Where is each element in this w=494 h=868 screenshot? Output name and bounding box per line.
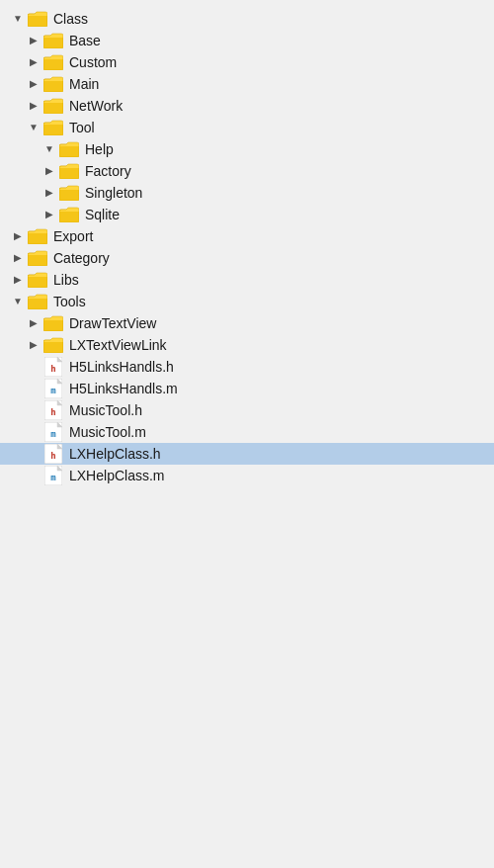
tree-item-musictoolm[interactable]: m MusicTool.m <box>0 421 494 443</box>
file-icon: h <box>43 358 63 376</box>
expand-triangle[interactable] <box>12 13 24 25</box>
file-icon: h <box>43 401 63 419</box>
expand-triangle[interactable] <box>28 100 40 112</box>
folder-icon <box>59 163 79 179</box>
item-label: Category <box>53 250 110 266</box>
item-label: Libs <box>53 272 79 288</box>
file-tree: Class Base Custom Main NetWork Tool <box>0 0 494 494</box>
item-label: Help <box>85 141 114 157</box>
tree-item-custom[interactable]: Custom <box>0 51 494 73</box>
item-label: LXHelpClass.m <box>69 468 164 483</box>
item-label: Custom <box>69 54 117 70</box>
item-label: NetWork <box>69 98 123 114</box>
tree-item-network[interactable]: NetWork <box>0 95 494 117</box>
item-label: MusicTool.m <box>69 424 146 440</box>
item-label: DrawTextView <box>69 315 156 331</box>
expand-triangle[interactable] <box>12 252 24 264</box>
item-label: Singleton <box>85 185 142 201</box>
svg-text:m: m <box>50 473 56 482</box>
file-icon: m <box>43 423 63 441</box>
file-icon: m <box>43 467 63 484</box>
item-label: LXTextViewLink <box>69 337 167 353</box>
item-label: MusicTool.h <box>69 402 142 418</box>
folder-icon <box>43 337 63 353</box>
folder-icon <box>28 11 47 27</box>
tree-item-main[interactable]: Main <box>0 73 494 95</box>
expand-triangle[interactable] <box>28 122 40 133</box>
folder-icon <box>59 185 79 201</box>
svg-text:h: h <box>50 451 55 461</box>
tree-item-musictoolh[interactable]: h MusicTool.h <box>0 399 494 421</box>
tree-item-libs[interactable]: Libs <box>0 269 494 291</box>
tree-item-factory[interactable]: Factory <box>0 160 494 182</box>
file-icon: h <box>43 445 63 463</box>
file-icon: m <box>43 380 63 397</box>
expand-triangle[interactable] <box>43 209 55 220</box>
tree-item-sqlite[interactable]: Sqlite <box>0 204 494 225</box>
item-label: H5LinksHandls.h <box>69 359 174 375</box>
tree-item-h5linksm[interactable]: m H5LinksHandls.m <box>0 378 494 399</box>
tree-item-lxhelpclassm[interactable]: m LXHelpClass.m <box>0 465 494 486</box>
item-label: Sqlite <box>85 207 120 222</box>
expand-triangle[interactable] <box>12 274 24 286</box>
folder-icon <box>28 272 47 288</box>
expand-triangle[interactable] <box>28 317 40 329</box>
expand-triangle[interactable] <box>28 56 40 68</box>
tree-item-h5linksh[interactable]: h H5LinksHandls.h <box>0 356 494 378</box>
tree-item-drawtextview[interactable]: DrawTextView <box>0 312 494 334</box>
item-label: Main <box>69 76 99 92</box>
tree-item-category[interactable]: Category <box>0 247 494 269</box>
expand-triangle[interactable] <box>43 143 55 155</box>
folder-icon <box>43 120 63 135</box>
item-label: LXHelpClass.h <box>69 446 161 462</box>
folder-icon <box>59 207 79 222</box>
tree-item-help[interactable]: Help <box>0 138 494 160</box>
folder-icon <box>59 141 79 157</box>
tree-item-singleton[interactable]: Singleton <box>0 182 494 204</box>
folder-icon <box>43 98 63 114</box>
svg-text:m: m <box>50 429 56 439</box>
expand-triangle[interactable] <box>12 296 24 307</box>
tree-item-base[interactable]: Base <box>0 30 494 51</box>
svg-text:h: h <box>50 407 55 417</box>
expand-triangle[interactable] <box>28 339 40 351</box>
item-label: H5LinksHandls.m <box>69 381 178 396</box>
folder-icon <box>43 33 63 48</box>
item-label: Tool <box>69 120 95 135</box>
tree-item-lxtextviewlink[interactable]: LXTextViewLink <box>0 334 494 356</box>
tree-item-tool[interactable]: Tool <box>0 117 494 138</box>
tree-item-export[interactable]: Export <box>0 225 494 247</box>
item-label: Factory <box>85 163 131 179</box>
item-label: Base <box>69 33 101 48</box>
folder-icon <box>43 315 63 331</box>
folder-icon <box>28 228 47 244</box>
item-label: Class <box>53 11 88 27</box>
folder-icon <box>43 54 63 70</box>
expand-triangle[interactable] <box>43 165 55 177</box>
svg-text:h: h <box>50 364 55 374</box>
svg-text:m: m <box>50 386 56 395</box>
item-label: Export <box>53 228 93 244</box>
expand-triangle[interactable] <box>28 78 40 90</box>
expand-triangle[interactable] <box>12 230 24 242</box>
expand-triangle[interactable] <box>28 35 40 46</box>
folder-icon <box>43 76 63 92</box>
folder-icon <box>28 294 47 309</box>
tree-item-class[interactable]: Class <box>0 8 494 30</box>
tree-item-lxhelpclassh[interactable]: h LXHelpClass.h <box>0 443 494 465</box>
expand-triangle[interactable] <box>43 187 55 199</box>
tree-item-tools[interactable]: Tools <box>0 291 494 312</box>
item-label: Tools <box>53 294 86 309</box>
folder-icon <box>28 250 47 266</box>
